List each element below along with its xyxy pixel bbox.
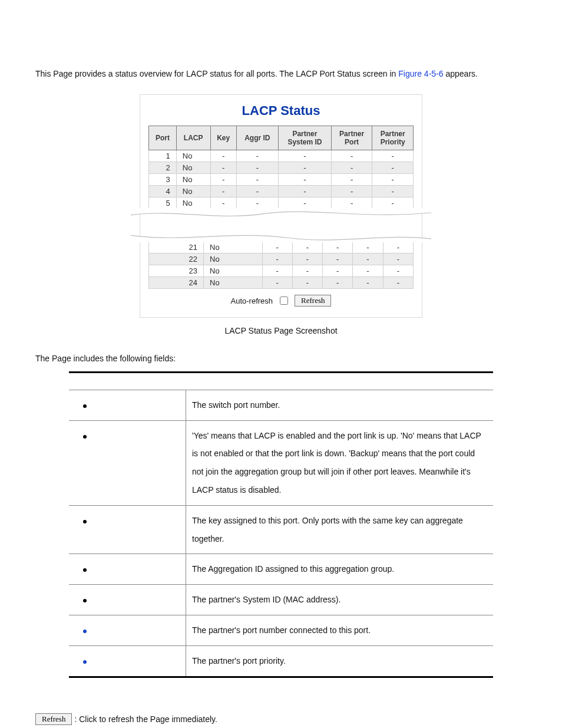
cell-port: 1	[149, 150, 177, 162]
cell-k: -	[262, 242, 292, 253]
cell-a: -	[236, 150, 278, 162]
cell-pp: -	[331, 197, 372, 209]
fields-object-cell	[69, 505, 186, 554]
fields-row: The partner's port number connected to t…	[69, 615, 493, 645]
fields-row: The Aggregation ID assigned to this aggr…	[69, 554, 493, 585]
cell-pp: -	[331, 186, 372, 197]
table-row: 24No-----	[149, 277, 414, 289]
intro-text-after: appears.	[445, 69, 477, 78]
table-row: 22No-----	[149, 253, 414, 265]
cell-pr: -	[372, 197, 414, 209]
fields-description-cell: The partner's port priority.	[186, 645, 494, 677]
cell-k: -	[210, 162, 236, 174]
cell-pp: -	[353, 265, 383, 277]
table-row: 5No-----	[149, 197, 414, 209]
refresh-button-inner[interactable]: Refresh	[295, 295, 331, 307]
lacp-header-6: PartnerPriority	[372, 126, 414, 150]
cell-port: 22	[149, 253, 204, 265]
fields-description-cell: 'Yes' means that LACP is enabled and the…	[186, 420, 494, 505]
table-row: 2No-----	[149, 162, 414, 174]
cell-pr: -	[383, 253, 413, 265]
lacp-header-4: PartnerSystem ID	[279, 126, 332, 150]
bullet-icon	[83, 630, 87, 633]
cell-port: 21	[149, 242, 204, 253]
cell-a: -	[236, 186, 278, 197]
lacp-status-table-bottom: 21No-----22No-----23No-----24No-----	[148, 241, 414, 289]
cell-pp: -	[331, 150, 372, 162]
cell-k: -	[210, 197, 236, 209]
refresh-note: : Click to refresh the Page immediately.	[74, 714, 217, 724]
cell-lacp: No	[176, 197, 210, 209]
cell-a: -	[236, 174, 278, 186]
bullet-icon	[83, 435, 87, 439]
table-row: 4No-----	[149, 186, 414, 197]
fields-table: The switch port number.'Yes' means that …	[69, 371, 493, 678]
cell-pr: -	[372, 162, 414, 174]
cell-pr: -	[372, 174, 414, 186]
lacp-header-2: Key	[210, 126, 236, 150]
cell-a: -	[292, 277, 322, 289]
bullet-icon	[83, 599, 87, 602]
cell-port: 3	[149, 174, 177, 186]
refresh-row: Refresh : Click to refresh the Page imme…	[35, 713, 527, 725]
table-row: 21No-----	[149, 242, 414, 253]
cell-pr: -	[383, 265, 413, 277]
cell-pr: -	[383, 277, 413, 289]
cell-a: -	[292, 242, 322, 253]
table-row: 1No-----	[149, 150, 414, 162]
fields-intro: The Page includes the following fields:	[35, 352, 527, 365]
cell-lacp: No	[176, 186, 210, 197]
intro-text-before: This Page provides a status overview for…	[35, 69, 398, 78]
screenshot-title: LACP Status	[148, 103, 414, 118]
auto-refresh-checkbox[interactable]	[280, 297, 288, 305]
cell-pp: -	[353, 253, 383, 265]
bullet-icon	[83, 520, 87, 523]
cell-port: 2	[149, 162, 177, 174]
cell-pr: -	[372, 186, 414, 197]
fields-object-cell	[69, 554, 186, 585]
fields-object-cell	[69, 615, 186, 645]
fields-object-cell	[69, 585, 186, 615]
screenshot-caption: LACP Status Page Screenshot	[35, 326, 527, 335]
fields-row: The partner's port priority.	[69, 645, 493, 677]
auto-refresh-label: Auto-refresh	[231, 297, 273, 305]
fields-description-cell: The partner's System ID (MAC address).	[186, 585, 494, 615]
cell-ps: -	[323, 277, 353, 289]
lacp-header-3: Aggr ID	[236, 126, 278, 150]
lacp-header-5: PartnerPort	[331, 126, 372, 150]
cell-ps: -	[279, 162, 332, 174]
cell-pr: -	[372, 150, 414, 162]
fields-header-object	[69, 372, 186, 390]
cell-port: 24	[149, 277, 204, 289]
cell-ps: -	[323, 242, 353, 253]
cell-lacp: No	[176, 150, 210, 162]
cell-pp: -	[353, 277, 383, 289]
fields-description-cell: The partner's port number connected to t…	[186, 615, 494, 645]
fields-row: The key assigned to this port. Only port…	[69, 505, 493, 554]
fields-object-cell	[69, 420, 186, 505]
tear-gap	[131, 208, 431, 242]
cell-a: -	[292, 253, 322, 265]
fields-description-cell: The switch port number.	[186, 390, 494, 420]
table-row: 3No-----	[149, 174, 414, 186]
cell-a: -	[292, 265, 322, 277]
refresh-button-outer[interactable]: Refresh	[35, 713, 72, 725]
cell-lacp: No	[204, 265, 262, 277]
controls-row: Auto-refresh Refresh	[148, 295, 414, 307]
cell-ps: -	[279, 150, 332, 162]
cell-ps: -	[323, 265, 353, 277]
cell-port: 23	[149, 265, 204, 277]
cell-ps: -	[279, 174, 332, 186]
cell-lacp: No	[204, 242, 262, 253]
lacp-header-0: Port	[149, 126, 177, 150]
cell-ps: -	[279, 186, 332, 197]
lacp-status-table: PortLACPKeyAggr IDPartnerSystem IDPartne…	[148, 126, 414, 209]
cell-k: -	[262, 265, 292, 277]
cell-port: 4	[149, 186, 177, 197]
figure-link[interactable]: Figure 4-5-6	[398, 69, 443, 78]
cell-port: 5	[149, 197, 177, 209]
fields-header-description	[186, 372, 494, 390]
cell-k: -	[210, 174, 236, 186]
cell-ps: -	[279, 197, 332, 209]
cell-pp: -	[353, 242, 383, 253]
